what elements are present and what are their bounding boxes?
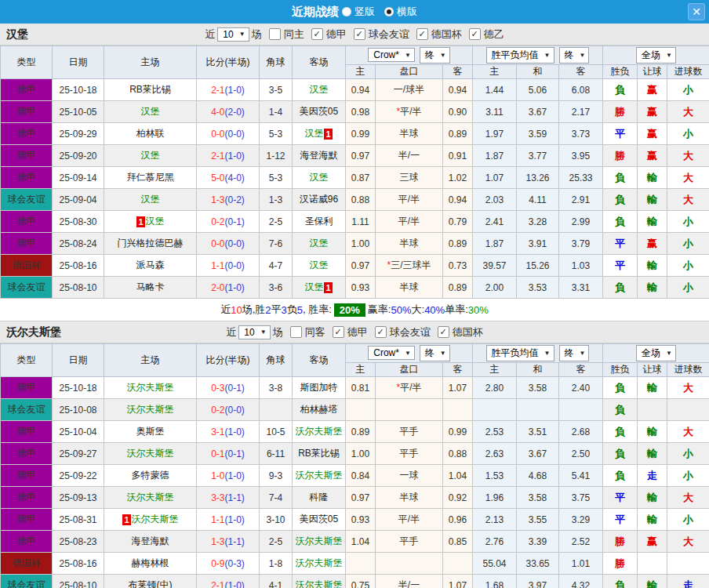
result-handicap-cell: 輸 <box>638 575 667 588</box>
mean-away-cell: 2.17 <box>559 101 603 123</box>
match-date-cell: 25-10-08 <box>53 399 104 421</box>
handicap-text: 平手 <box>400 426 419 437</box>
sub-col-header: 让球 <box>638 363 667 377</box>
match-row: 德甲25-09-14拜仁慕尼黑5-0(4-0)5-3汉堡0.87三球1.021.… <box>1 167 709 189</box>
result-char: 小 <box>683 128 693 140</box>
chevron-down-icon: ▼ <box>666 350 672 357</box>
odds-company-select[interactable]: Crow*▼ <box>368 48 415 62</box>
same-venue-checkbox[interactable] <box>269 28 281 40</box>
match-row: 球会友谊25-08-10马略卡2-0(1-0)3-6汉堡10.93半球0.892… <box>1 277 709 299</box>
handicap-cell: 半球 <box>376 233 443 255</box>
team-name: 沃尔夫斯堡 <box>6 325 61 339</box>
sub-col-header: 盘口 <box>376 363 443 377</box>
mean-odds-select[interactable]: 胜平负均值▼ <box>486 47 554 64</box>
team-label: 奥斯堡 <box>136 426 165 437</box>
result-scope-select[interactable]: 全场▼ <box>636 345 676 361</box>
fulltime-score: 1-3 <box>211 536 224 547</box>
chevron-down-icon: ▼ <box>440 350 446 357</box>
match-type-cell: 德国杯 <box>1 255 53 277</box>
away-team-cell: 沃尔夫斯堡 <box>293 553 346 575</box>
fulltime-score: 2-1 <box>211 85 224 96</box>
sub-col-header: 客 <box>559 65 603 79</box>
result-scope-select[interactable]: 全场▼ <box>636 47 676 64</box>
odds-away-cell: 0.89 <box>443 233 473 255</box>
mean-final-select[interactable]: 终▼ <box>559 345 590 361</box>
mean-home-cell: 2.80 <box>473 377 517 399</box>
score-cell: 0-3(0-1) <box>197 377 260 399</box>
halftime-score: (4-0) <box>225 172 245 183</box>
odds-home-cell: 0.93 <box>346 509 376 531</box>
odds-home-cell: 1.00 <box>346 443 376 465</box>
close-button[interactable]: ✕ <box>688 3 705 20</box>
league-checkbox[interactable]: ✓ <box>333 326 344 338</box>
result-char: 負 <box>615 404 625 416</box>
match-type-cell: 德国杯 <box>1 553 53 575</box>
handicap-cell: 平/半 <box>376 189 443 211</box>
mean-home-cell: 2.13 <box>473 509 517 531</box>
handicap-text: 平手 <box>400 535 419 546</box>
result-handicap-cell: 輸 <box>638 167 667 189</box>
result-handicap-cell: 輸 <box>638 509 667 531</box>
team-label: 赫梅林根 <box>132 557 169 568</box>
result-handicap-cell: 輸 <box>638 377 667 399</box>
odds-company-select[interactable]: Crow*▼ <box>368 346 415 360</box>
odds-home-cell <box>346 553 376 575</box>
league-checkbox[interactable]: ✓ <box>354 28 365 40</box>
same-venue-checkbox[interactable] <box>290 326 302 338</box>
odds-final-select[interactable]: 终▼ <box>420 345 450 361</box>
match-count-select[interactable]: 10▼ <box>217 27 249 42</box>
chevron-down-icon: ▼ <box>580 350 586 357</box>
match-type-cell: 德甲 <box>1 377 53 399</box>
near-label: 近 <box>226 325 236 339</box>
result-char: 赢 <box>647 128 657 140</box>
result-char: 輸 <box>647 382 657 394</box>
result-handicap-cell: 輸 <box>638 421 667 443</box>
section-team-2: 沃尔夫斯堡 近10▼场同客✓德甲✓球会友谊✓德国杯 类型日期主场比分(半场)角球… <box>0 321 709 588</box>
league-checkbox[interactable]: ✓ <box>311 28 323 40</box>
red-card-badge: 1 <box>122 514 130 525</box>
odds-home-cell: 0.88 <box>346 189 376 211</box>
odds-home-cell: 0.84 <box>346 465 376 487</box>
odds-final-select[interactable]: 终▼ <box>420 47 450 64</box>
halftime-score: (1-0) <box>225 151 245 162</box>
odds-dropdown-group: Crow*▼终▼ <box>346 46 473 65</box>
result-handicap-cell: 輸 <box>638 487 667 509</box>
match-count-select[interactable]: 10▼ <box>238 325 270 339</box>
corner-cell: 1-12 <box>260 145 293 167</box>
league-checkbox[interactable]: ✓ <box>469 28 481 40</box>
layout-radio-horizontal[interactable]: 横版 <box>384 5 417 19</box>
fulltime-score: 1-1 <box>211 260 224 271</box>
match-type-cell: 德甲 <box>1 211 53 233</box>
home-team-cell: 柏林联 <box>104 123 197 145</box>
away-team: 汉堡 <box>310 84 329 95</box>
league-checkbox[interactable]: ✓ <box>375 326 387 338</box>
away-team-cell: 汉堡 <box>293 255 346 277</box>
red-card-badge: 1 <box>136 216 144 227</box>
summary-text: 3 <box>282 304 287 316</box>
league-checkbox[interactable]: ✓ <box>438 326 449 338</box>
match-row: 德甲25-08-311沃尔夫斯堡1-1(1-0)3-10美因茨050.93平/半… <box>1 509 709 531</box>
mean-odds-select[interactable]: 胜平负均值▼ <box>486 345 554 361</box>
corner-cell: 3-10 <box>260 509 293 531</box>
match-type-cell: 球会友谊 <box>1 575 53 588</box>
result-handicap-cell: 走 <box>638 465 667 487</box>
result-char: 輸 <box>647 448 657 459</box>
result-char: 大 <box>683 426 693 437</box>
team-label: 汉诺威96 <box>300 194 338 205</box>
odds-home-cell: 0.98 <box>346 101 376 123</box>
match-date-cell: 25-08-16 <box>53 255 104 277</box>
fulltime-score: 2-1 <box>211 151 224 162</box>
league-checkbox[interactable]: ✓ <box>416 28 428 40</box>
match-date-cell: 25-09-20 <box>53 145 104 167</box>
summary-text: 50% <box>391 304 411 316</box>
team-label: 海登海默 <box>132 535 169 546</box>
fulltime-score: 1-1 <box>211 514 224 525</box>
result-wdl-cell: 負 <box>603 167 638 189</box>
halftime-score: (0-1) <box>225 448 245 459</box>
score-cell: 5-0(4-0) <box>197 167 260 189</box>
home-team: 拜仁慕尼黑 <box>127 172 174 183</box>
layout-radio-vertical[interactable]: 竖版 <box>342 5 375 19</box>
result-goals-cell: 大 <box>667 167 709 189</box>
result-goals-cell: 小 <box>667 509 709 531</box>
mean-final-select[interactable]: 终▼ <box>559 47 590 64</box>
